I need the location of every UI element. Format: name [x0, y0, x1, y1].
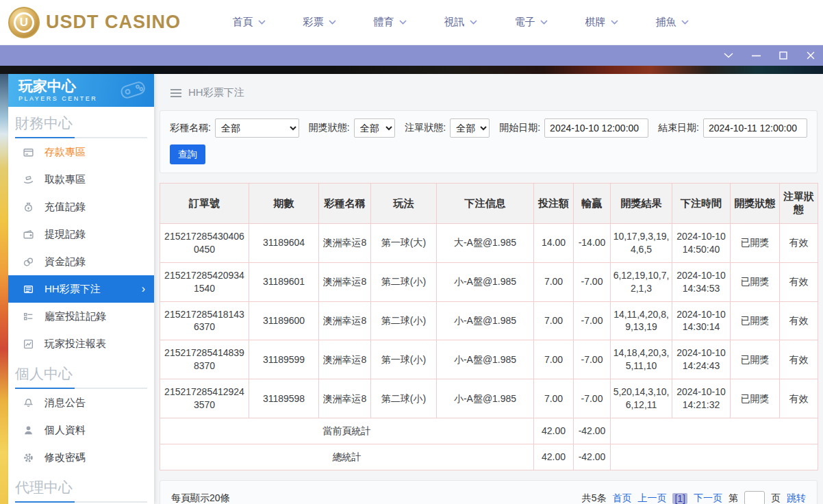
- nav-item-5[interactable]: 棋牌: [566, 16, 637, 29]
- summary-empty-cell: [611, 418, 818, 444]
- cell-r1-c10: 有效: [780, 262, 818, 301]
- nav-item-1[interactable]: 彩票: [284, 16, 355, 29]
- prev-page-link[interactable]: 上一页: [637, 492, 666, 504]
- nav-item-3[interactable]: 視訊: [425, 16, 496, 29]
- jump-prefix-label: 第: [729, 492, 738, 504]
- sidebar-item-label: 玩家投注報表: [45, 338, 106, 351]
- summary-empty-cell: [611, 444, 818, 470]
- draw-status-select[interactable]: 全部: [354, 118, 396, 138]
- cell-r1-c6: -7.00: [574, 262, 611, 301]
- column-header-7: 開獎結果: [611, 184, 672, 224]
- breadcrumb: HH彩票下注: [170, 86, 823, 99]
- summary-label: 當前頁統計: [160, 418, 534, 444]
- withdraw-hand-icon: [22, 173, 34, 186]
- sidebar-item-1-1[interactable]: 個人資料: [8, 416, 154, 444]
- sidebar-item-0-2[interactable]: 充值記錄: [8, 193, 154, 220]
- end-date-label: 結束日期:: [658, 122, 699, 134]
- sidebar-item-1-2[interactable]: 修改密碼: [8, 444, 154, 471]
- total-count-text: 共5条: [582, 492, 607, 504]
- window-controls: [723, 45, 816, 66]
- jump-action-link[interactable]: 跳转: [787, 492, 806, 504]
- cell-r2-c0: 2152172854181436370: [160, 301, 249, 340]
- sidebar-item-0-4[interactable]: 資金記錄: [8, 248, 154, 275]
- lottery-name-label: 彩種名稱:: [170, 122, 211, 134]
- sidebar-item-0-6[interactable]: 廳室投註記錄: [8, 303, 154, 330]
- page-size-text: 每頁顯示20條: [171, 492, 230, 504]
- chevron-down-icon: [258, 20, 266, 25]
- cell-r4-c5: 7.00: [534, 379, 574, 418]
- bets-table: 訂單號期數彩種名稱玩法下注信息投注額輸贏開獎結果下注時間開獎狀態注單狀態 215…: [160, 183, 818, 470]
- cell-r1-c7: 6,12,19,10,7,2,1,3: [611, 262, 672, 301]
- summary-row-0: 當前頁統計42.00-42.00: [160, 418, 818, 444]
- cell-r3-c10: 有效: [780, 340, 818, 379]
- summary-bet-total: 42.00: [534, 418, 574, 444]
- main-content: HH彩票下注 彩種名稱: 全部 開獎狀態: 全部 注單狀態: 全部 開始日期: …: [154, 74, 823, 504]
- sidebar-item-0-3[interactable]: 提現記錄: [8, 220, 154, 248]
- logo-coin-icon: U: [8, 7, 40, 38]
- page-title: HH彩票下注: [188, 86, 244, 99]
- sidebar-section-title-1: 個人中心: [8, 357, 154, 388]
- hamburger-icon[interactable]: [170, 89, 181, 97]
- end-date-input[interactable]: [703, 118, 807, 138]
- sidebar-item-label: HH彩票下注: [45, 283, 101, 296]
- cell-r0-c10: 有效: [780, 224, 818, 263]
- cell-r0-c8: 2024-10-10 14:50:40: [672, 224, 731, 263]
- cell-r2-c1: 31189600: [249, 301, 319, 340]
- sidebar-item-0-7[interactable]: 玩家投注報表: [8, 330, 154, 357]
- sidebar-item-label: 消息公告: [45, 396, 86, 410]
- sidebar-item-0-5[interactable]: HH彩票下注›: [8, 275, 154, 303]
- cell-r0-c7: 10,17,9,3,19,4,6,5: [611, 224, 672, 263]
- cell-r4-c1: 31189598: [249, 379, 319, 418]
- cell-r4-c10: 有效: [780, 379, 818, 418]
- sidebar-item-label: 廳室投註記錄: [45, 310, 106, 323]
- main-nav: 首頁彩票體育視訊電子棋牌捕魚: [214, 16, 707, 29]
- nav-item-label: 電子: [515, 16, 535, 29]
- column-header-9: 開獎狀態: [731, 184, 780, 224]
- nav-item-4[interactable]: 電子: [496, 16, 566, 29]
- minimize-icon[interactable]: [750, 50, 761, 61]
- cell-r3-c2: 澳洲幸运8: [319, 340, 371, 379]
- cell-r0-c1: 31189604: [249, 224, 319, 263]
- user-icon: [22, 424, 34, 436]
- sidebar-item-1-0[interactable]: 消息公告: [8, 389, 154, 416]
- nav-item-2[interactable]: 體育: [355, 16, 425, 29]
- sidebar-header: 玩家中心 PLAYERS CENTER: [8, 74, 154, 107]
- search-button[interactable]: 查詢: [170, 144, 205, 164]
- cell-r1-c2: 澳洲幸运8: [319, 262, 371, 301]
- moneybag-icon: [22, 201, 34, 213]
- nav-item-0[interactable]: 首頁: [214, 16, 284, 29]
- cell-r1-c4: 小-A盤@1.985: [437, 262, 534, 301]
- column-header-5: 投注額: [534, 184, 574, 224]
- maximize-icon[interactable]: [778, 50, 789, 61]
- nav-item-6[interactable]: 捕魚: [637, 16, 707, 29]
- cell-r4-c6: -7.00: [574, 379, 611, 418]
- sidebar-item-label: 提現記錄: [45, 228, 86, 241]
- table-row-1: 215217285420934154031189601澳洲幸运8第二球(小)小-…: [160, 262, 818, 301]
- column-header-6: 輸贏: [574, 184, 611, 224]
- window-titlebar: [0, 45, 823, 66]
- current-page-badge: [1]: [672, 493, 687, 504]
- top-site-bar: U USDT CASINO 首頁彩票體育視訊電子棋牌捕魚: [0, 0, 823, 45]
- window-dropdown-chevron-icon[interactable]: [723, 50, 734, 61]
- next-page-link[interactable]: 下一页: [694, 492, 722, 504]
- sidebar-item-0-0[interactable]: 存款專區: [8, 138, 154, 166]
- cell-r2-c6: -7.00: [574, 301, 611, 340]
- column-header-3: 玩法: [371, 184, 437, 224]
- bell-icon: [22, 396, 34, 409]
- close-icon[interactable]: [805, 50, 816, 61]
- cell-r4-c2: 澳洲幸运8: [319, 379, 371, 418]
- first-page-link[interactable]: 首页: [612, 492, 631, 504]
- wallet-icon: [22, 228, 34, 240]
- start-date-input[interactable]: [544, 118, 648, 138]
- cell-r2-c2: 澳洲幸运8: [319, 301, 371, 340]
- cell-r1-c0: 2152172854209341540: [160, 262, 249, 301]
- lottery-name-select[interactable]: 全部: [215, 118, 299, 138]
- order-status-select[interactable]: 全部: [450, 118, 490, 138]
- jump-page-input[interactable]: [744, 491, 765, 504]
- nav-item-label: 體育: [374, 16, 394, 29]
- cell-r4-c8: 2024-10-10 14:21:32: [672, 379, 731, 418]
- logo-monogram: U: [14, 12, 34, 33]
- sidebar-item-0-1[interactable]: 取款專區: [8, 166, 154, 193]
- site-logo[interactable]: U USDT CASINO: [8, 7, 181, 38]
- cell-r0-c6: -14.00: [574, 224, 611, 263]
